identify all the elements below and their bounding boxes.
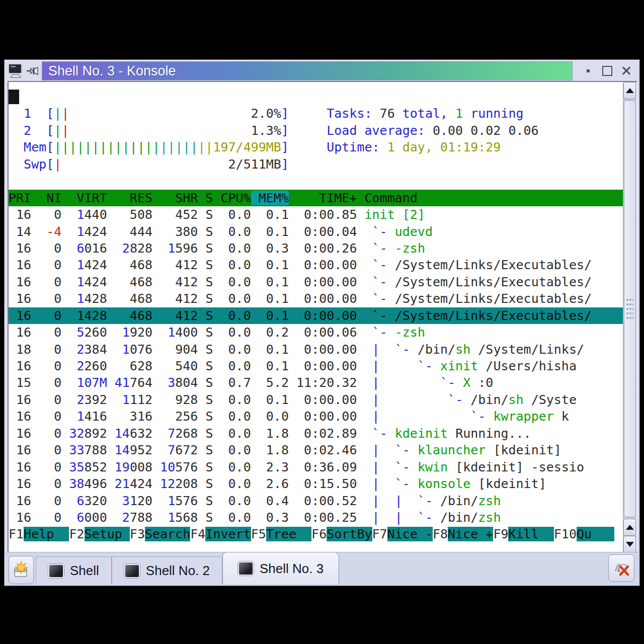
tab-bar: Shell Shell No. 2 Shell No. 3	[6, 552, 638, 585]
fkey-F10[interactable]: F10	[554, 527, 577, 541]
titlebar-gradient: Shell No. 3 - Konsole	[42, 61, 573, 80]
terminal-frame: 1 [|| 2.0%] Tasks: 76 total, 1 running 2…	[8, 81, 637, 554]
function-key-bar: F1Help F2Setup F3SearchF4InvertF5Tree F6…	[9, 526, 623, 542]
pin-icon[interactable]	[26, 66, 39, 76]
tab-label: Shell No. 2	[146, 563, 210, 579]
konsole-icon	[8, 62, 24, 79]
process-row[interactable]: 16 0 2260 628 540 S 0.0 0.1 0:00.00 | `-…	[9, 358, 623, 374]
close-session-icon	[612, 559, 630, 577]
terminal-tab-icon	[124, 564, 140, 578]
window-buttons	[575, 65, 636, 77]
fkey-F5-label[interactable]: Tree	[266, 527, 311, 541]
cursor-line	[9, 89, 623, 105]
fkey-F7[interactable]: F7	[372, 527, 387, 541]
titlebar[interactable]: Shell No. 3 - Konsole	[6, 61, 638, 81]
terminal-tab-icon	[48, 564, 64, 578]
fkey-F1-label[interactable]: Help	[24, 527, 69, 541]
tab-shell-no-3[interactable]: Shell No. 3	[222, 552, 339, 585]
column-header-PRI: PRI	[9, 191, 31, 205]
blank-line	[9, 173, 623, 189]
new-session-button[interactable]	[9, 556, 34, 584]
tab-label: Shell No. 3	[260, 561, 324, 577]
process-row[interactable]: 16 0 1428 468 412 S 0.0 0.1 0:00.00 `- /…	[9, 290, 623, 307]
column-header-SHR: SHR	[152, 191, 198, 205]
fkey-F10-label[interactable]: Qu	[577, 527, 614, 541]
process-row[interactable]: 16 0 6320 3120 1576 S 0.0 0.4 0:00.52 | …	[9, 493, 623, 509]
process-row[interactable]: 16 0 38496 21424 12208 S 0.0 2.6 0:15.50…	[9, 475, 623, 492]
process-row-selected[interactable]: 16 0 1428 468 412 S 0.0 0.1 0:00.00 `- /…	[9, 307, 623, 324]
fkey-F5[interactable]: F5	[251, 527, 266, 541]
process-row[interactable]: 16 0 1424 468 412 S 0.0 0.1 0:00.00 `- /…	[9, 257, 623, 273]
process-row[interactable]: 15 0 107M 41764 3804 S 0.7 5.2 11:20.32 …	[9, 374, 623, 391]
column-header-TIME+: TIME+	[289, 191, 357, 205]
desktop: Shell No. 3 - Konsole 1 [|| 2.0%] Tasks:…	[0, 0, 644, 644]
new-session-icon	[13, 561, 30, 579]
fkey-F6[interactable]: F6	[311, 527, 327, 541]
scrollbar-down-icon[interactable]	[623, 536, 636, 553]
process-row[interactable]: 16 0 35852 19008 10576 S 0.0 2.3 0:36.09…	[9, 459, 623, 475]
process-row[interactable]: 16 0 1416 316 256 S 0.0 0.0 0:00.00 | `-…	[9, 408, 623, 425]
terminal-tab-icon	[238, 561, 254, 576]
process-row[interactable]: 16 0 1440 508 452 S 0.0 0.1 0:00.85 init…	[9, 206, 623, 223]
tab-label: Shell	[70, 563, 99, 579]
fkey-F6-label[interactable]: SortBy	[327, 527, 372, 541]
scrollbar[interactable]	[623, 82, 636, 553]
fkey-F7-label[interactable]: Nice -	[387, 527, 433, 541]
column-header-RES: RES	[107, 191, 152, 205]
window-title: Shell No. 3 - Konsole	[48, 63, 176, 79]
swap-meter: Swp[| 2/511MB]	[9, 156, 623, 173]
process-row[interactable]: 16 0 1424 468 412 S 0.0 0.1 0:00.00 `- /…	[9, 274, 623, 290]
fkey-F4-label[interactable]: Invert	[205, 527, 251, 541]
tab-shell-no-2[interactable]: Shell No. 2	[112, 556, 222, 585]
scrollbar-up-icon-bottom[interactable]	[623, 519, 636, 536]
column-header-VIRT: VIRT	[61, 191, 107, 205]
terminal[interactable]: 1 [|| 2.0%] Tasks: 76 total, 1 running 2…	[9, 82, 623, 553]
fkey-F3[interactable]: F3	[130, 527, 145, 541]
konsole-window: Shell No. 3 - Konsole 1 [|| 2.0%] Tasks:…	[4, 59, 640, 586]
fkey-F9-label[interactable]: Kill	[508, 527, 553, 541]
mem-meter: Mem[|||||||||||||||||||||197/499MB] Upti…	[9, 139, 623, 155]
process-row[interactable]: 16 0 5260 1920 1400 S 0.0 0.2 0:00.06 `-…	[9, 324, 623, 341]
fkey-F3-label[interactable]: Search	[145, 527, 190, 541]
fkey-F9[interactable]: F9	[493, 527, 508, 541]
scrollbar-up-icon[interactable]	[623, 82, 636, 99]
fkey-F1[interactable]: F1	[9, 527, 24, 541]
process-row[interactable]: 16 0 2392 1112 928 S 0.0 0.1 0:00.00 | `…	[9, 391, 623, 408]
tabs: Shell Shell No. 2 Shell No. 3	[36, 552, 339, 585]
table-header[interactable]: PRI NI VIRT RES SHR S CPU% MEM% TIME+ Co…	[9, 190, 623, 206]
fkey-F2[interactable]: F2	[69, 527, 84, 541]
column-header-CPU%: CPU%	[213, 191, 251, 205]
close-button[interactable]	[620, 65, 632, 77]
fkey-F8[interactable]: F8	[433, 527, 448, 541]
column-header-NI: NI	[31, 191, 61, 205]
cpu2-meter: 2 [|| 1.3%] Load average: 0.00 0.02 0.06	[9, 122, 623, 139]
process-row[interactable]: 14 -4 1424 444 380 S 0.0 0.1 0:00.04 `- …	[9, 223, 623, 240]
minimize-button[interactable]	[582, 65, 594, 77]
maximize-button[interactable]	[601, 65, 613, 77]
cpu1-meter: 1 [|| 2.0%] Tasks: 76 total, 1 running	[9, 105, 623, 122]
tab-shell[interactable]: Shell	[36, 556, 112, 585]
column-header-Command: Command	[357, 191, 417, 205]
close-session-button[interactable]	[608, 554, 634, 582]
process-row[interactable]: 16 0 33788 14952 7672 S 0.0 1.8 0:02.46 …	[9, 442, 623, 458]
fkey-F8-label[interactable]: Nice +	[448, 527, 493, 541]
process-row[interactable]: 16 0 32892 14632 7268 S 0.0 1.8 0:02.89 …	[9, 425, 623, 442]
scrollbar-thumb[interactable]	[624, 100, 636, 517]
terminal-cursor	[9, 90, 19, 104]
fkey-F2-label[interactable]: Setup	[85, 527, 130, 541]
process-row[interactable]: 18 0 2384 1076 904 S 0.0 0.1 0:00.00 | `…	[9, 341, 623, 358]
column-header-MEM%: MEM%	[251, 191, 289, 205]
column-header-S: S	[198, 191, 213, 205]
process-row[interactable]: 16 0 6016 2828 1596 S 0.0 0.3 0:00.26 `-…	[9, 240, 623, 257]
process-row[interactable]: 16 0 6000 2788 1568 S 0.0 0.3 0:00.25 | …	[9, 509, 623, 526]
fkey-F4[interactable]: F4	[190, 527, 205, 541]
